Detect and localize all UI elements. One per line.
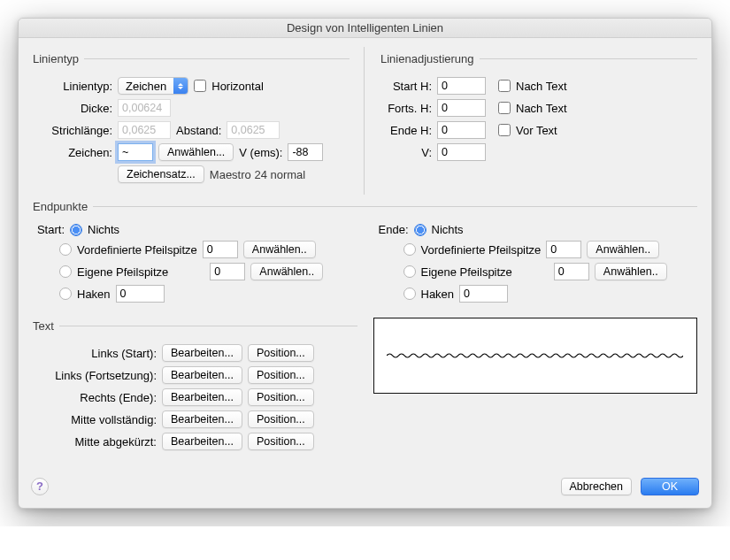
input-ende-eigene[interactable] — [554, 263, 589, 280]
label-links-start: Links (Start): — [33, 347, 157, 360]
input-forts-h[interactable] — [437, 99, 486, 117]
input-strichlaenge — [118, 121, 171, 139]
label-mitte-vollst: Mitte vollständig: — [33, 413, 157, 426]
radio-ende-haken[interactable]: Haken — [403, 288, 455, 301]
button-zeichensatz[interactable]: Zeichensatz... — [118, 165, 204, 183]
radio-start-nichts[interactable]: Nichts — [70, 223, 119, 236]
group-endpoints: Endpunkte Start: Nichts Vordefinierte Pf… — [33, 200, 697, 307]
radio-ende-eigene[interactable]: Eigene Pfeilspitze — [403, 265, 512, 279]
button-zeichen-anwaehlen[interactable]: Anwählen... — [158, 143, 234, 161]
input-dicke — [118, 99, 171, 117]
button-links-forts-bearbeiten[interactable]: Bearbeiten... — [162, 366, 242, 384]
button-ende-vordef-anwaehlen[interactable]: Anwählen.. — [587, 241, 659, 258]
group-adjust: Linienadjustierung Start H: Nach Text Fo… — [380, 52, 697, 165]
label-links-forts: Links (Fortsetzung): — [33, 369, 157, 382]
label-v: V: — [380, 146, 432, 159]
checkbox-start-nach-text[interactable]: Nach Text — [498, 80, 567, 93]
button-mitte-vollst-position[interactable]: Position... — [248, 410, 314, 428]
checkbox-ende-vor-text[interactable]: Vor Text — [498, 124, 557, 137]
label-mitte-abgek: Mitte abgekürzt: — [33, 435, 157, 449]
checkbox-forts-nach-text[interactable]: Nach Text — [498, 102, 567, 115]
input-start-vordef[interactable] — [203, 241, 238, 258]
label-start-h: Start H: — [380, 80, 432, 93]
checkbox-horizontal[interactable]: Horizontal — [194, 80, 264, 93]
input-v-ems[interactable] — [288, 143, 323, 161]
legend-adjust: Linienadjustierung — [380, 52, 480, 65]
label-forts-h: Forts. H: — [380, 102, 432, 115]
legend-endpoints: Endpunkte — [33, 200, 93, 213]
radio-ende-nichts[interactable]: Nichts — [414, 223, 464, 236]
button-mitte-abgek-bearbeiten[interactable]: Bearbeiten... — [162, 433, 242, 450]
button-mitte-vollst-bearbeiten[interactable]: Bearbeiten... — [162, 410, 242, 428]
titlebar: Design von Intelligenten Linien — [19, 19, 711, 38]
input-ende-h[interactable] — [437, 121, 486, 139]
input-start-h[interactable] — [437, 77, 486, 95]
input-ende-haken[interactable] — [459, 285, 508, 303]
label-strichlaenge: Strichlänge: — [33, 124, 112, 137]
radio-start-eigene[interactable]: Eigene Pfeilspitze — [59, 265, 168, 279]
button-rechts-ende-position[interactable]: Position... — [248, 388, 314, 406]
label-rechts-ende: Rechts (Ende): — [33, 391, 157, 404]
legend-text: Text — [33, 319, 59, 333]
label-endpoint-ende: Ende: — [377, 223, 409, 236]
label-font-info: Maestro 24 normal — [210, 168, 305, 181]
group-text: Text Links (Start): Bearbeiten... Positi… — [33, 319, 357, 455]
select-linientyp[interactable]: Zeichen — [118, 77, 188, 95]
ok-button[interactable]: OK — [641, 478, 699, 495]
radio-ende-vordef[interactable]: Vordefinierte Pfeilspitze — [403, 243, 542, 257]
chevron-updown-icon — [173, 78, 188, 94]
label-ende-h: Ende H: — [380, 124, 432, 137]
input-ende-vordef[interactable] — [546, 241, 581, 258]
line-preview — [373, 318, 698, 394]
button-ende-eigene-anwaehlen[interactable]: Anwählen.. — [595, 263, 667, 280]
input-start-eigene[interactable] — [210, 263, 245, 280]
label-endpoint-start: Start: — [33, 223, 65, 236]
input-abstand — [227, 121, 280, 139]
label-linientyp: Linientyp: — [33, 80, 112, 93]
button-links-forts-position[interactable]: Position... — [248, 366, 314, 384]
button-links-start-bearbeiten[interactable]: Bearbeiten... — [162, 344, 242, 362]
help-icon[interactable]: ? — [31, 478, 49, 495]
label-abstand: Abstand: — [176, 124, 221, 137]
radio-start-haken[interactable]: Haken — [59, 288, 111, 301]
label-dicke: Dicke: — [33, 102, 112, 115]
button-start-eigene-anwaehlen[interactable]: Anwählen.. — [250, 263, 323, 280]
label-horizontal: Horizontal — [211, 80, 264, 93]
button-links-start-position[interactable]: Position... — [248, 344, 314, 362]
button-rechts-ende-bearbeiten[interactable]: Bearbeiten... — [162, 388, 242, 406]
button-start-vordef-anwaehlen[interactable]: Anwählen.. — [243, 241, 316, 258]
input-zeichen[interactable] — [118, 143, 153, 161]
input-v[interactable] — [437, 143, 486, 161]
input-start-haken[interactable] — [116, 285, 165, 303]
dialog-window: Design von Intelligenten Linien Linienty… — [18, 18, 712, 509]
group-linientyp: Linientyp Linientyp: Zeichen Horizontal — [33, 52, 350, 188]
button-mitte-abgek-position[interactable]: Position... — [248, 433, 314, 450]
cancel-button[interactable]: Abbrechen — [561, 478, 632, 495]
radio-start-vordef[interactable]: Vordefinierte Pfeilspitze — [59, 243, 197, 257]
legend-linientyp: Linientyp — [33, 52, 84, 65]
label-v-ems: V (ems): — [239, 146, 282, 159]
label-zeichen: Zeichen: — [33, 146, 112, 159]
